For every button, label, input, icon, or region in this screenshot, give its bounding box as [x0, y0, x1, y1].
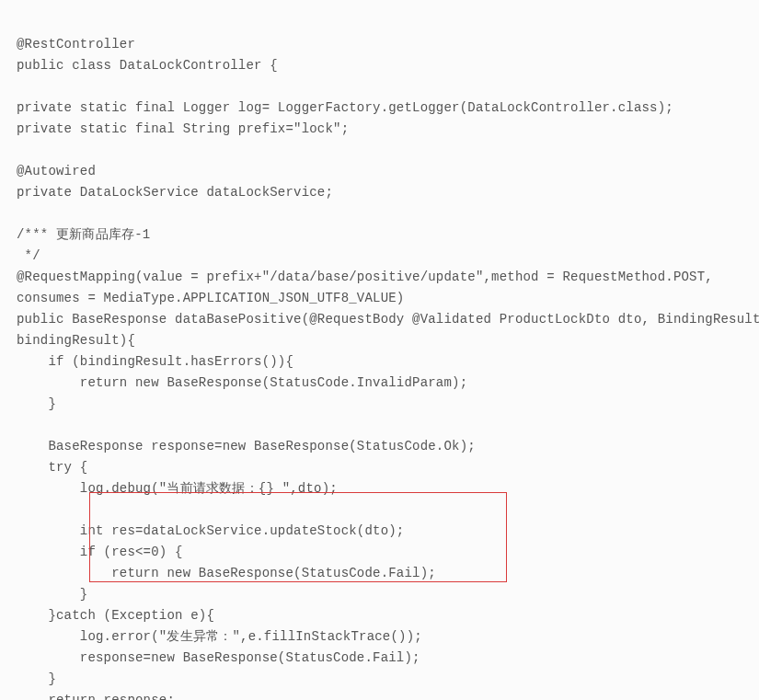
code-line: return response; [17, 693, 175, 700]
code-line: log.debug("当前请求数据：{} ",dto); [17, 481, 338, 496]
code-line: response=new BaseResponse(StatusCode.Fai… [17, 650, 420, 665]
code-line: /*** 更新商品库存-1 [17, 227, 150, 242]
code-line: } [17, 587, 87, 602]
code-line: log.error("发生异常：",e.fillInStackTrace()); [17, 629, 422, 644]
code-line: try { [17, 460, 87, 475]
code-line: private DataLockService dataLockService; [17, 185, 333, 200]
code-line: } [17, 396, 56, 411]
code-line: private static final Logger log= LoggerF… [17, 100, 673, 115]
code-line: @RestController [17, 37, 135, 52]
code-line: @Autowired [17, 164, 96, 178]
code-line: BaseResponse response=new BaseResponse(S… [17, 439, 476, 453]
code-line: */ [17, 248, 40, 263]
code-line: public BaseResponse dataBasePositive(@Re… [17, 312, 759, 348]
code-line: return new BaseResponse(StatusCode.Inval… [17, 375, 467, 390]
code-line: }catch (Exception e){ [17, 608, 214, 623]
code-line: } [17, 671, 56, 686]
code-line: if (bindingResult.hasErrors()){ [17, 354, 293, 369]
code-line: private static final String prefix="lock… [17, 121, 349, 136]
code-line: public class DataLockController { [17, 58, 278, 73]
code-line: @RequestMapping(value = prefix+"/data/ba… [17, 270, 713, 305]
code-line: return new BaseResponse(StatusCode.Fail)… [17, 566, 436, 580]
code-block: @RestController public class DataLockCon… [17, 13, 742, 700]
code-line: int res=dataLockService.updateStock(dto)… [17, 523, 404, 538]
code-line: if (res<=0) { [17, 545, 183, 559]
